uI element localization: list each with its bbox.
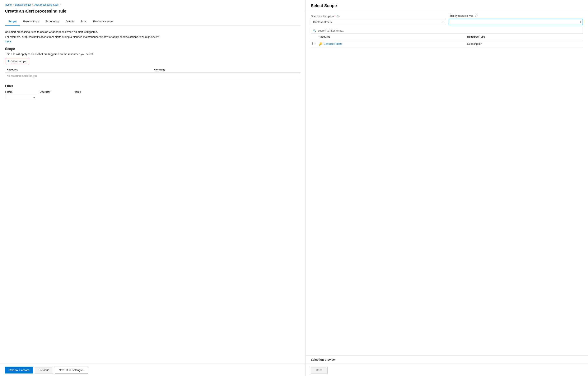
scope-table-hierarchy-header: Hierarchy xyxy=(152,67,301,73)
subscription-icon: 🔑 xyxy=(319,42,322,46)
selection-preview-label: Selection preview xyxy=(311,358,583,361)
tab-details[interactable]: Details xyxy=(63,18,77,25)
tabs-container: Scope Rule settings Scheduling Details T… xyxy=(5,18,301,26)
row-checkbox[interactable] xyxy=(312,42,315,45)
table-row: 🔑 Contoso Hotels Subscription xyxy=(311,40,583,47)
filters-dropdown-wrapper xyxy=(5,95,36,100)
filter-subscription-label: Filter by subscription * ⓘ xyxy=(311,15,445,18)
bottom-bar-right: Done xyxy=(306,364,588,376)
subscription-select[interactable]: Contoso Hotels xyxy=(311,19,445,25)
filter-resource-type-label: Filter by resource type ⓘ xyxy=(449,14,583,18)
resource-type-select-wrapper: ▾ xyxy=(449,19,583,25)
page-title: Create an alert processing rule xyxy=(5,9,301,14)
resource-name-cell: 🔑 Contoso Hotels xyxy=(317,40,466,47)
right-content: Filter by subscription * ⓘ Contoso Hotel… xyxy=(306,11,588,355)
filters-col: Filters xyxy=(5,91,36,100)
table-row: No resource selected yet xyxy=(5,73,301,79)
filter-section-title: Filter xyxy=(5,84,301,88)
select-scope-label: Select scope xyxy=(11,60,26,63)
scope-table: Resource Hierarchy No resource selected … xyxy=(5,67,301,79)
breadcrumb: Home › Backup center › Alert processing … xyxy=(5,3,301,6)
filter-section: Filter Filters Operator Val xyxy=(5,84,301,100)
tab-tags[interactable]: Tags xyxy=(77,18,90,25)
scope-section-title: Scope xyxy=(5,47,301,51)
right-title: Select Scope xyxy=(311,3,583,8)
plus-icon: + xyxy=(8,59,10,63)
select-scope-button[interactable]: + Select scope xyxy=(5,58,29,64)
breadcrumb-sep-3: › xyxy=(60,3,61,6)
scope-table-resource-header: Resource xyxy=(5,67,152,73)
breadcrumb-alert-rules[interactable]: Alert processing rules xyxy=(34,3,59,6)
info-icon-resource-type: ⓘ xyxy=(475,14,477,17)
right-filter-bar: Filter by subscription * ⓘ Contoso Hotel… xyxy=(311,14,583,25)
operator-col: Operator xyxy=(40,91,71,95)
resource-type-cell: Subscription xyxy=(466,40,583,47)
resource-name: Contoso Hotels xyxy=(324,42,342,45)
search-input[interactable] xyxy=(317,29,581,32)
tab-scheduling[interactable]: Scheduling xyxy=(42,18,62,25)
operator-label: Operator xyxy=(40,91,71,94)
info-icon-subscription: ⓘ xyxy=(337,15,340,18)
filter-row: Filters Operator Value xyxy=(5,91,301,100)
breadcrumb-sep-1: › xyxy=(13,3,14,6)
tab-scope[interactable]: Scope xyxy=(5,18,20,25)
value-label: Value xyxy=(74,91,106,94)
left-panel: Home › Backup center › Alert processing … xyxy=(0,0,306,376)
breadcrumb-home[interactable]: Home xyxy=(5,3,12,6)
row-checkbox-cell xyxy=(311,40,317,47)
required-star: * xyxy=(335,15,336,18)
tab-review-create[interactable]: Review + create xyxy=(90,18,116,25)
bottom-bar-left: Review + create Previous Next: Rule sett… xyxy=(0,364,305,376)
breadcrumb-sep-2: › xyxy=(32,3,33,6)
search-icon: 🔍 xyxy=(313,29,316,32)
next-button[interactable]: Next: Rule settings > xyxy=(55,366,88,374)
right-header: Select Scope xyxy=(306,0,588,11)
previous-button[interactable]: Previous xyxy=(35,366,53,374)
no-resource-text: No resource selected yet xyxy=(5,73,301,79)
breadcrumb-backup-center[interactable]: Backup center xyxy=(15,3,31,6)
done-button[interactable]: Done xyxy=(311,366,328,374)
description-line1: Use alert processing rules to decide wha… xyxy=(5,30,301,34)
resource-link[interactable]: 🔑 Contoso Hotels xyxy=(319,42,464,46)
subscription-select-wrapper: Contoso Hotels ▾ xyxy=(311,19,445,25)
right-panel: Select Scope Filter by subscription * ⓘ … xyxy=(306,0,588,376)
filters-label: Filters xyxy=(5,91,36,94)
description-line2: For example, suppress notifications from… xyxy=(5,35,301,39)
search-bar: 🔍 xyxy=(311,28,583,34)
value-col: Value xyxy=(74,91,106,95)
resource-type-select[interactable] xyxy=(449,19,583,25)
filters-select[interactable] xyxy=(5,95,36,100)
more-link[interactable]: more xyxy=(5,40,11,43)
filter-subscription-group: Filter by subscription * ⓘ Contoso Hotel… xyxy=(311,15,445,25)
scope-section-desc: This rule will apply to alerts that are … xyxy=(5,53,301,56)
resource-table-checkbox-header xyxy=(311,34,317,40)
tab-rule-settings[interactable]: Rule settings xyxy=(20,18,42,25)
selection-preview-section: Selection preview xyxy=(306,355,588,364)
left-content: Home › Backup center › Alert processing … xyxy=(0,0,305,364)
resource-table-resource-header: Resource xyxy=(317,34,466,40)
review-create-button[interactable]: Review + create xyxy=(5,366,33,374)
filter-resource-type-group: Filter by resource type ⓘ ▾ xyxy=(449,14,583,25)
resource-table-type-header: Resource Type xyxy=(466,34,583,40)
resource-table: Resource Resource Type 🔑 Contoso Hotels xyxy=(311,34,583,47)
